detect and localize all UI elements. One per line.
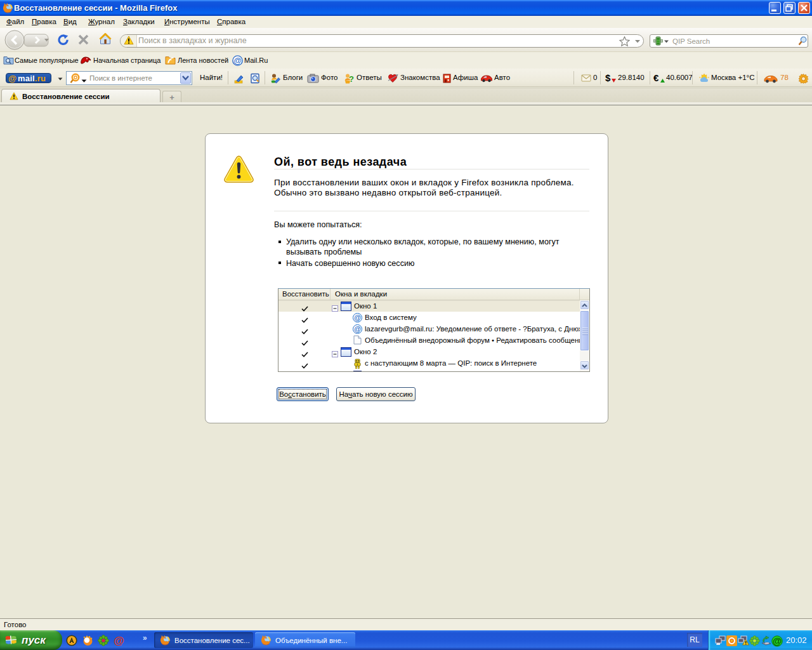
svg-text:@: @ bbox=[114, 635, 124, 647]
svg-text:@: @ bbox=[8, 74, 16, 83]
svg-text:?: ? bbox=[349, 74, 354, 84]
svg-text:@: @ bbox=[233, 56, 241, 65]
svg-text:@: @ bbox=[773, 636, 782, 646]
